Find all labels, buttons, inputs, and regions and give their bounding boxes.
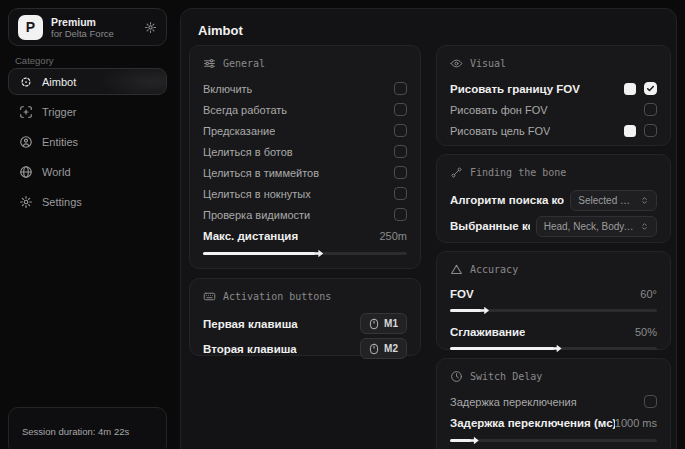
sidebar-item-label: World [42,166,71,178]
panel-general: General Включить Всегда работать Предска… [189,45,421,269]
checkbox-aim-teammates[interactable] [394,166,407,179]
switch-delay-toggle-row: Задержка переключения [450,391,657,412]
sidebar: P Premium for Delta Force Category [0,0,175,449]
max-distance-slider[interactable] [203,252,407,255]
bone-algorithm-row: Алгоритм поиска кост Selected bone [450,187,657,213]
switch-delay-ms-value: 1000 ms [615,417,657,429]
checkbox-fov-target[interactable] [644,124,657,137]
slider-fill [450,439,471,442]
first-key-row: Первая клавиша M1 [203,311,407,336]
checkbox-fov-background[interactable] [644,103,657,116]
panel-accuracy: Accuracy FOV 60° Сглаживание 50% [436,251,671,350]
first-key-value: M1 [384,318,398,329]
toggle-label: Проверка видимости [203,209,310,221]
panel-activation-header: Activation buttons [203,290,407,303]
switch-delay-ms-label: Задержка переключения (мс) [450,417,615,429]
page-title: Aimbot [198,23,243,38]
mouse-icon [369,318,379,330]
sync-gear-icon[interactable] [144,21,157,34]
settings-icon [19,195,33,209]
checkbox-visibility-check[interactable] [394,208,407,221]
toggle-row-aim-teammates: Целиться в тиммейтов [203,162,407,183]
chevron-up-down-icon [640,222,649,231]
selected-bones-value: Head, Neck, Body, Pe... [544,221,635,232]
sidebar-item-trigger[interactable]: Trigger [8,98,167,125]
checkbox-aim-bots[interactable] [394,145,407,158]
brand-card: P Premium for Delta Force [8,8,167,46]
slider-thumb[interactable] [479,306,489,315]
panel-accuracy-header: Accuracy [450,263,657,276]
sidebar-item-settings[interactable]: Settings [8,188,167,215]
brand-logo: P [18,15,43,40]
panel-title: Accuracy [470,264,518,275]
smoothing-row: Сглаживание 50% [450,322,657,341]
fov-border-color-swatch[interactable] [624,83,636,95]
bone-algorithm-select[interactable]: Selected bone [570,190,657,211]
sidebar-item-entities[interactable]: Entities [8,128,167,155]
trigger-icon [19,105,33,119]
smoothing-slider[interactable] [450,347,657,350]
toggle-row-prediction: Предсказание [203,120,407,141]
toggle-label: Предсказание [203,125,275,137]
switch-delay-toggle-label: Задержка переключения [450,396,577,408]
toggle-row-always-work: Всегда работать [203,99,407,120]
slider-fill [450,347,554,350]
bone-algorithm-value: Selected bone [578,195,635,206]
panel-general-header: General [203,57,407,70]
fov-target-controls [624,124,657,137]
clock-icon [450,370,463,383]
panel-activation-buttons: Activation buttons Первая клавиша M1 Вто… [189,278,421,356]
eye-icon [450,57,463,70]
check-icon [646,84,655,93]
slider-thumb[interactable] [469,436,479,445]
selected-bones-select[interactable]: Head, Neck, Body, Pe... [536,216,657,237]
toggle-label: Целиться в тиммейтов [203,167,319,179]
second-key-row: Вторая клавиша M2 [203,336,407,361]
max-distance-row: Макс. дистанция 250m [203,225,407,246]
second-key-button[interactable]: M2 [360,338,407,359]
bone-algorithm-label: Алгоритм поиска кост [450,194,564,206]
checkbox-always-work[interactable] [394,103,407,116]
sidebar-item-aimbot[interactable]: Aimbot [8,68,167,95]
panel-switch-delay: Switch Delay Задержка переключения Задер… [436,358,671,449]
toggle-row-visibility-check: Проверка видимости [203,204,407,225]
checkbox-prediction[interactable] [394,124,407,137]
switch-delay-ms-row: Задержка переключения (мс) 1000 ms [450,412,657,433]
fov-target-row: Рисовать цель FOV [450,120,657,141]
sidebar-item-label: Settings [42,196,82,208]
selected-bones-label: Выбранные кос [450,220,530,232]
brand-title: Premium [51,16,114,28]
fov-border-row: Рисовать границу FOV [450,78,657,99]
toggle-row-enable: Включить [203,78,407,99]
world-icon [19,165,33,179]
category-label: Category [15,55,54,66]
panel-visual: Visual Рисовать границу FOV Рисо [436,45,671,146]
selected-bones-row: Выбранные кос Head, Neck, Body, Pe... [450,213,657,239]
fov-background-label: Рисовать фон FOV [450,104,548,116]
brand-subtitle: for Delta Force [51,28,114,39]
checkbox-enable[interactable] [394,82,407,95]
crosshair-icon [19,75,33,89]
toggle-label: Всегда работать [203,104,287,116]
toggle-label: Включить [203,83,252,95]
checkbox-fov-border[interactable] [644,82,657,95]
panel-switch-header: Switch Delay [450,370,657,383]
checkbox-switch-delay[interactable] [644,395,657,408]
fov-slider[interactable] [450,309,657,312]
slider-thumb[interactable] [552,344,562,353]
toggle-label: Целиться в ботов [203,146,293,158]
fov-target-color-swatch[interactable] [624,125,636,137]
panel-finding-bone: Finding the bone Алгоритм поиска кост Se… [436,154,671,243]
session-box: Session duration: 4m 22s [8,407,167,449]
checkbox-aim-knocked[interactable] [394,187,407,200]
first-key-button[interactable]: M1 [360,313,407,334]
second-key-label: Вторая клавиша [203,343,297,355]
switch-delay-slider[interactable] [450,439,657,442]
sidebar-item-world[interactable]: World [8,158,167,185]
panel-title: Visual [470,58,506,69]
sidebar-menu: Aimbot Trigger Entities [8,68,167,215]
fov-background-row: Рисовать фон FOV [450,99,657,120]
panel-title: Activation buttons [223,291,331,302]
chevron-up-down-icon [640,196,649,205]
slider-thumb[interactable] [313,249,323,258]
